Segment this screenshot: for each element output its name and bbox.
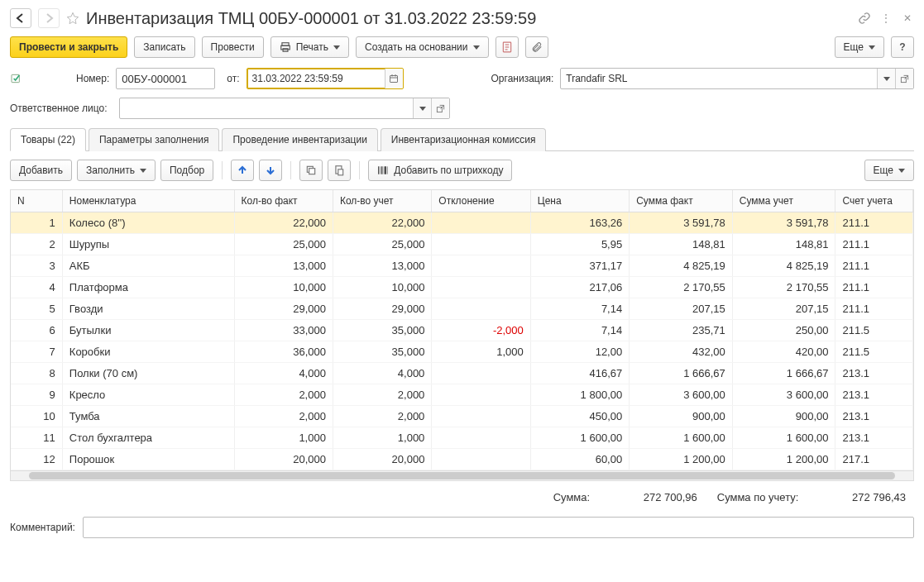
star-icon[interactable] [66, 12, 79, 25]
cell-price: 1 600,00 [530, 427, 629, 449]
totals: Сумма: 272 700,96 Сумма по учету: 272 79… [10, 481, 914, 508]
table-more-label: Еще [874, 165, 893, 176]
sum-acc-value: 272 796,43 [807, 491, 906, 503]
cell-deviation [432, 277, 530, 298]
sum-value: 272 700,96 [598, 491, 697, 503]
caret-icon [140, 169, 146, 173]
horizontal-scrollbar[interactable] [11, 470, 913, 480]
number-label: Номер: [76, 73, 109, 84]
caret-icon [473, 45, 480, 50]
col-price[interactable]: Цена [530, 190, 629, 212]
tab-fill-params[interactable]: Параметры заполнения [89, 128, 220, 151]
col-qty-fact[interactable]: Кол-во факт [234, 190, 333, 212]
cell-account: 217.1 [835, 449, 913, 470]
copy-button[interactable] [299, 160, 323, 181]
caret-icon [898, 169, 905, 173]
table-row[interactable]: 8Полки (70 см)4,0004,000416,671 666,671 … [11, 363, 913, 384]
nav-back-button[interactable] [10, 8, 31, 28]
cell-account: 213.1 [835, 427, 913, 449]
attachment-button[interactable] [525, 36, 548, 58]
svg-rect-8 [390, 76, 398, 83]
post-and-close-button[interactable]: Провести и закрыть [10, 36, 127, 58]
nav-forward-button[interactable] [38, 8, 60, 28]
cell-n: 2 [11, 234, 62, 255]
col-n[interactable]: N [11, 190, 62, 212]
org-dropdown-button[interactable] [877, 69, 895, 88]
move-down-button[interactable] [259, 160, 282, 181]
cell-account: 211.1 [835, 212, 913, 234]
cell-sum-fact: 432,00 [630, 341, 733, 363]
more-button[interactable]: Еще [835, 36, 884, 58]
cell-account: 211.1 [835, 255, 913, 277]
cell-sum-acct: 420,00 [732, 341, 835, 363]
add-row-button[interactable]: Добавить [10, 160, 72, 181]
cell-qty-fact: 36,000 [234, 341, 333, 363]
cell-sum-acct: 4 825,19 [732, 255, 835, 277]
save-button[interactable]: Записать [134, 36, 194, 58]
number-input[interactable]: 00БУ-000001 [116, 68, 215, 89]
table-row[interactable]: 12Порошок20,00020,00060,001 200,001 200,… [11, 449, 913, 470]
responsible-label: Ответственное лицо: [10, 103, 113, 114]
table-row[interactable]: 7Коробки36,00035,0001,00012,00432,00420,… [11, 341, 913, 363]
tab-goods[interactable]: Товары (22) [10, 128, 86, 151]
responsible-open-button[interactable] [431, 98, 449, 118]
scroll-thumb[interactable] [29, 472, 895, 479]
print-button[interactable]: Печать [270, 36, 349, 58]
date-input[interactable]: 31.03.2022 23:59:59 [247, 69, 385, 88]
table-row[interactable]: 6Бутылки33,00035,000-2,0007,14235,71250,… [11, 320, 913, 341]
col-sum-acct[interactable]: Сумма учет [732, 190, 835, 212]
calendar-button[interactable] [385, 69, 403, 88]
cell-nomenclature: Колесо (8'') [62, 212, 234, 234]
cell-n: 1 [11, 212, 62, 234]
fill-button[interactable]: Заполнить [77, 160, 156, 181]
cell-qty-fact: 2,000 [234, 384, 333, 406]
comment-input[interactable] [83, 517, 914, 538]
link-icon[interactable] [858, 12, 871, 25]
cell-account: 211.1 [835, 277, 913, 298]
cell-nomenclature: Бутылки [62, 320, 234, 341]
col-sum-fact[interactable]: Сумма факт [630, 190, 733, 212]
table-row[interactable]: 10Тумба2,0002,000450,00900,00900,00213.1 [11, 406, 913, 427]
cell-sum-fact: 3 591,78 [630, 212, 733, 234]
close-icon[interactable]: ✕ [901, 12, 914, 25]
cell-deviation [432, 363, 530, 384]
col-account[interactable]: Счет учета [835, 190, 913, 212]
table-row[interactable]: 1Колесо (8'')22,00022,000163,263 591,783… [11, 212, 913, 234]
paste-button[interactable] [328, 160, 351, 181]
cell-qty-acct: 4,000 [333, 363, 431, 384]
org-input[interactable]: Trandafir SRL [561, 69, 877, 88]
tab-commission[interactable]: Инвентаризационная комиссия [381, 128, 547, 151]
cell-n: 10 [11, 406, 62, 427]
help-button[interactable]: ? [891, 36, 914, 58]
table-row[interactable]: 5Гвозди29,00029,0007,14207,15207,15211.1 [11, 298, 913, 320]
table-row[interactable]: 4Платформа10,00010,000217,062 170,552 17… [11, 277, 913, 298]
table-row[interactable]: 2Шурупы25,00025,0005,95148,81148,81211.1 [11, 234, 913, 255]
responsible-input[interactable] [120, 98, 413, 118]
cell-n: 3 [11, 255, 62, 277]
tab-inventory-process[interactable]: Проведение инвентаризации [222, 128, 377, 151]
post-button[interactable]: Провести [202, 36, 264, 58]
fill-label: Заполнить [86, 165, 135, 176]
cell-nomenclature: Полки (70 см) [62, 363, 234, 384]
cell-nomenclature: Кресло [62, 384, 234, 406]
create-based-button[interactable]: Создать на основании [356, 36, 489, 58]
move-up-button[interactable] [231, 160, 254, 181]
kebab-icon[interactable]: ⋮ [879, 12, 893, 25]
org-open-button[interactable] [895, 69, 913, 88]
col-deviation[interactable]: Отклонение [432, 190, 530, 212]
goods-table: N Номенклатура Кол-во факт Кол-во учет О… [10, 189, 914, 481]
table-row[interactable]: 3АКБ13,00013,000371,174 825,194 825,1921… [11, 255, 913, 277]
report-button[interactable] [496, 36, 519, 58]
cell-sum-acct: 1 200,00 [732, 449, 835, 470]
select-button[interactable]: Подбор [160, 160, 213, 181]
add-by-barcode-button[interactable]: Добавить по штрихкоду [368, 160, 512, 181]
col-nomenclature[interactable]: Номенклатура [62, 190, 234, 212]
table-more-button[interactable]: Еще [864, 160, 914, 181]
cell-qty-fact: 10,000 [234, 277, 333, 298]
col-qty-acct[interactable]: Кол-во учет [333, 190, 431, 212]
table-row[interactable]: 11Стол бухгалтера1,0001,0001 600,001 600… [11, 427, 913, 449]
responsible-dropdown-button[interactable] [413, 98, 431, 118]
table-row[interactable]: 9Кресло2,0002,0001 800,003 600,003 600,0… [11, 384, 913, 406]
cell-qty-fact: 22,000 [234, 212, 333, 234]
cell-nomenclature: Стол бухгалтера [62, 427, 234, 449]
